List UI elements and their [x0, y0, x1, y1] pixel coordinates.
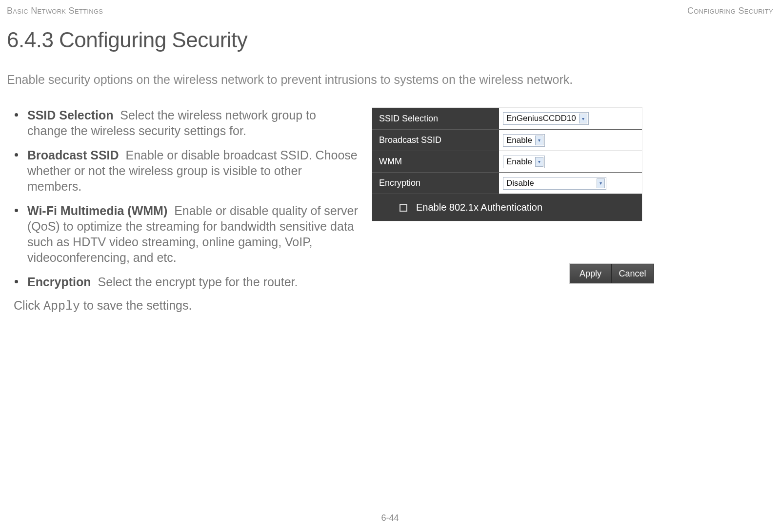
- def-encryption: Encryption Select the encrypt type for t…: [27, 274, 358, 290]
- page-number: 6-44: [0, 513, 780, 523]
- row-auth: Enable 802.1x Authentication: [372, 194, 642, 221]
- row-encryption: Encryption Disable ▾: [372, 172, 642, 194]
- row-broadcast-ssid: Broadcast SSID Enable ▾: [372, 129, 642, 151]
- select-wmm[interactable]: Enable ▾: [503, 156, 545, 168]
- chevron-down-icon: ▾: [535, 136, 543, 145]
- row-wmm: WMM Enable ▾: [372, 151, 642, 172]
- header-right: Configuring Security: [687, 6, 773, 16]
- def-broadcast-ssid: Broadcast SSID Enable or disable broadca…: [27, 147, 358, 194]
- def-term: Encryption: [27, 275, 91, 289]
- select-value: Enable: [506, 157, 532, 167]
- security-settings-panel: SSID Selection EnGeniusCCDD10 ▾ Broadcas…: [372, 107, 642, 221]
- apply-button[interactable]: Apply: [570, 264, 612, 283]
- intro-text: Enable security options on the wireless …: [7, 73, 773, 87]
- select-broadcast-ssid[interactable]: Enable ▾: [503, 134, 545, 147]
- def-term: Wi-Fi Multimedia (WMM): [27, 204, 167, 217]
- label-8021x: Enable 802.1x Authentication: [416, 202, 542, 213]
- def-term: SSID Selection: [27, 108, 113, 122]
- label-wmm: WMM: [372, 151, 499, 172]
- label-encryption: Encryption: [372, 173, 499, 194]
- button-pair: Apply Cancel: [569, 263, 654, 284]
- apply-post: to save the settings.: [80, 298, 192, 312]
- label-ssid-selection: SSID Selection: [372, 108, 499, 129]
- def-desc: Select the encrypt type for the router.: [98, 275, 298, 289]
- select-value: EnGeniusCCDD10: [506, 114, 576, 123]
- select-value: Enable: [506, 136, 532, 145]
- apply-code: Apply: [43, 299, 80, 314]
- select-ssid-selection[interactable]: EnGeniusCCDD10 ▾: [503, 112, 589, 125]
- apply-instruction: Click Apply to save the settings.: [7, 298, 358, 314]
- checkbox-8021x[interactable]: [400, 204, 407, 212]
- def-ssid-selection: SSID Selection Select the wireless netwo…: [27, 107, 358, 138]
- chevron-down-icon: ▾: [597, 178, 605, 188]
- apply-pre: Click: [14, 298, 43, 312]
- chevron-down-icon: ▾: [535, 157, 543, 167]
- select-value: Disable: [506, 178, 534, 188]
- def-term: Broadcast SSID: [27, 148, 119, 162]
- page-title: 6.4.3 Configuring Security: [7, 28, 773, 52]
- chevron-down-icon: ▾: [579, 114, 587, 123]
- label-broadcast-ssid: Broadcast SSID: [372, 130, 499, 151]
- header-left: Basic Network Settings: [7, 6, 103, 16]
- row-ssid-selection: SSID Selection EnGeniusCCDD10 ▾: [372, 108, 642, 129]
- select-encryption[interactable]: Disable ▾: [503, 177, 606, 190]
- def-wmm: Wi-Fi Multimedia (WMM) Enable or disable…: [27, 203, 358, 265]
- cancel-button[interactable]: Cancel: [612, 264, 654, 283]
